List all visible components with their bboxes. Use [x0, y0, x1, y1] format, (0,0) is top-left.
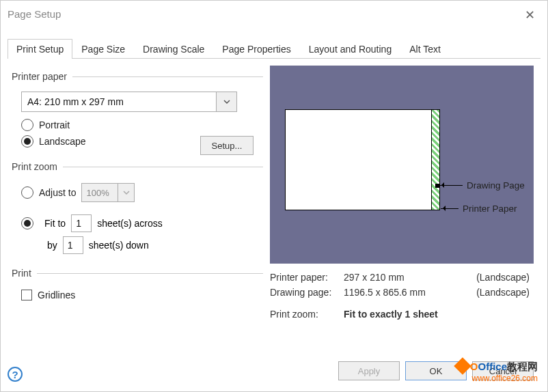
printer-paper-callout: Printer Paper	[463, 204, 517, 214]
print-zoom-legend: Print zoom	[10, 161, 63, 172]
adjust-to-radio[interactable]: Adjust to 100%	[21, 183, 263, 202]
by-label: by	[47, 240, 57, 251]
printer-paper-legend: Printer paper	[10, 71, 72, 82]
watermark: OOffice教程网 www.office26.com	[456, 361, 538, 383]
gridlines-label: Gridlines	[38, 290, 75, 300]
close-icon[interactable]: ✕	[525, 8, 535, 23]
sheets-across-label: sheet(s) across	[97, 218, 163, 229]
info-printer-paper-orient: (Landscape)	[461, 272, 530, 283]
sheets-down-label: sheet(s) down	[89, 240, 149, 251]
drawing-page-rect	[285, 109, 432, 210]
preview-pane: Drawing Page Printer Paper	[270, 66, 534, 264]
tabs: Print Setup Page Size Drawing Scale Page…	[8, 39, 540, 59]
checkbox-icon	[21, 290, 32, 300]
print-group: Print Gridlines	[10, 268, 263, 305]
help-icon[interactable]: ?	[8, 367, 23, 382]
radio-icon	[21, 186, 33, 199]
print-zoom-group: Print zoom Adjust to 100% Fit to sheet(s…	[10, 161, 263, 258]
chevron-down-icon	[216, 92, 236, 111]
drawing-page-callout: Drawing Page	[467, 180, 525, 191]
adjust-percent-input: 100%	[81, 183, 118, 202]
radio-icon	[21, 135, 33, 148]
info-printer-paper-key: Printer paper:	[270, 272, 344, 283]
tab-print-setup[interactable]: Print Setup	[8, 39, 72, 59]
paper-size-value: A4: 210 mm x 297 mm	[22, 96, 216, 107]
landscape-label: Landscape	[39, 136, 86, 147]
info-print-zoom-val: Fit to exactly 1 sheet	[344, 309, 461, 320]
setup-button[interactable]: Setup...	[200, 136, 254, 155]
portrait-radio[interactable]: Portrait	[21, 119, 263, 131]
info-printer-paper-val: 297 x 210 mm	[344, 272, 461, 283]
tab-alt-text[interactable]: Alt Text	[400, 39, 450, 59]
tab-drawing-scale[interactable]: Drawing Scale	[134, 39, 213, 59]
adjust-to-label: Adjust to	[39, 187, 76, 198]
info-drawing-page-val: 1196.5 x 865.6 mm	[344, 287, 461, 298]
print-legend: Print	[10, 268, 37, 279]
fit-to-label: Fit to	[44, 218, 66, 229]
tab-page-size[interactable]: Page Size	[72, 39, 134, 59]
tab-page-properties[interactable]: Page Properties	[213, 39, 299, 59]
radio-icon	[21, 119, 33, 131]
info-drawing-page-orient: (Landscape)	[461, 287, 530, 298]
radio-icon	[21, 217, 33, 229]
info-drawing-page-key: Drawing page:	[270, 287, 344, 298]
window-title: Page Setup	[8, 8, 61, 20]
fit-to-radio[interactable]: Fit to sheet(s) across	[21, 214, 263, 232]
gridlines-checkbox[interactable]: Gridlines	[21, 290, 263, 300]
info-table: Printer paper: 297 x 210 mm (Landscape) …	[270, 272, 538, 320]
sheets-down-input[interactable]	[63, 236, 83, 254]
titlebar: Page Setup	[1, 1, 547, 27]
chevron-down-icon	[118, 183, 135, 202]
portrait-label: Portrait	[39, 120, 70, 130]
info-print-zoom-key: Print zoom:	[270, 309, 344, 320]
apply-button[interactable]: Apply	[338, 361, 400, 380]
paper-size-combo[interactable]: A4: 210 mm x 297 mm	[21, 92, 237, 112]
sheets-across-input[interactable]	[71, 214, 92, 232]
printer-paper-strip	[432, 109, 440, 210]
tab-layout-routing[interactable]: Layout and Routing	[300, 39, 400, 59]
